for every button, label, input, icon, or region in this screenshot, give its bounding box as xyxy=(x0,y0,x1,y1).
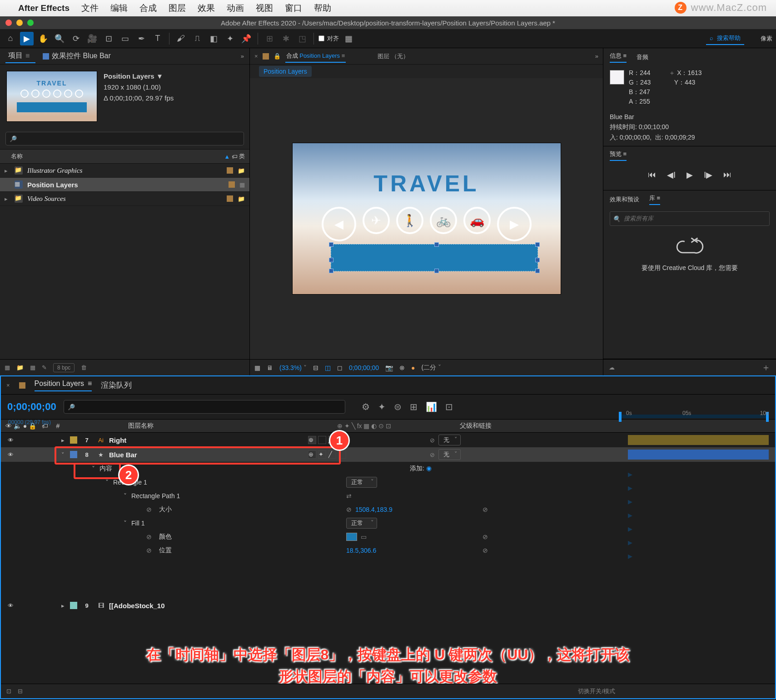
position-prop[interactable]: ⊘位置 18.5,306.6 ⊘ ▸ xyxy=(1,544,775,557)
panel-menu-icon[interactable]: » xyxy=(241,53,244,60)
snapshot-icon[interactable]: 📷 xyxy=(385,364,393,371)
minimize-icon[interactable] xyxy=(16,20,23,26)
timecode[interactable]: 0;00;00;00 xyxy=(7,401,56,413)
adjust-icon[interactable]: ✎ xyxy=(42,364,47,371)
hand-tool-icon[interactable]: ✋ xyxy=(36,32,50,45)
app-name[interactable]: After Effects xyxy=(18,3,70,13)
project-item-folder[interactable]: ▸📁 Illustrator Graphics 📁 xyxy=(0,164,249,178)
pan-behind-tool-icon[interactable]: ⊡ xyxy=(102,32,115,45)
toggle-modes-icon[interactable]: ⊟ xyxy=(18,688,23,695)
camera-tool-icon[interactable]: 🎥 xyxy=(85,32,99,45)
menu-window[interactable]: 窗口 xyxy=(285,2,302,14)
tab-preview[interactable]: 预览 ≡ xyxy=(610,150,627,161)
play-icon[interactable]: ▶ xyxy=(686,170,693,180)
graph-icon[interactable]: 📊 xyxy=(426,401,437,412)
color-prop[interactable]: ⊘颜色 ▭ ⊘ ▸ xyxy=(1,530,775,544)
brainstorm-icon[interactable]: ⊡ xyxy=(445,401,453,412)
prev-frame-icon[interactable]: ◀Ⅰ xyxy=(667,170,676,180)
zoom-dropdown[interactable]: (33.3%) xyxy=(279,364,307,371)
roi-icon[interactable]: ◻ xyxy=(337,364,343,371)
bpc-toggle[interactable]: 8 bpc xyxy=(53,363,75,372)
project-item-folder[interactable]: ▸📁 Video Sources 📁 xyxy=(0,192,249,206)
res-dropdown[interactable]: (二分 xyxy=(422,364,442,372)
switches-modes-toggle[interactable]: 切换开关/模式 xyxy=(578,687,615,695)
cloud-icon[interactable]: ☁ xyxy=(609,364,615,371)
frame-blend-icon[interactable]: ⊜ xyxy=(394,401,402,412)
res-icon[interactable]: ⊟ xyxy=(313,364,318,371)
project-columns[interactable]: 名称 ▲ 🏷 类 xyxy=(0,149,249,164)
layer-row-7[interactable]: 👁 ▸ 7 Ai Right ⊕╱ ⊘无 xyxy=(1,433,775,447)
last-frame-icon[interactable]: ⏭ xyxy=(723,170,731,180)
pen-tool-icon[interactable]: ✒ xyxy=(134,32,148,45)
tab-library[interactable]: 库 ≡ xyxy=(649,194,660,205)
mask-icon[interactable]: ◫ xyxy=(325,364,331,371)
fill-group[interactable]: ˅Fill 1 正常 ▸ xyxy=(1,516,775,530)
menu-layer[interactable]: 图层 xyxy=(169,2,186,14)
snap-options-icon[interactable]: ▦ xyxy=(342,32,355,45)
blue-bar-shape[interactable] xyxy=(331,244,538,271)
layer-row-9[interactable]: 👁 ▸ 9 🎞 [[AdobeStock_10 xyxy=(1,598,775,613)
eraser-tool-icon[interactable]: ◧ xyxy=(207,32,220,45)
menu-view[interactable]: 视图 xyxy=(256,2,273,14)
traffic-lights[interactable] xyxy=(5,20,34,26)
next-frame-icon[interactable]: Ⅰ▶ xyxy=(704,170,712,180)
menu-file[interactable]: 文件 xyxy=(81,2,99,14)
type-tool-icon[interactable]: T xyxy=(151,32,164,45)
orbit-tool-icon[interactable]: ⟳ xyxy=(69,32,83,45)
zoom-tool-icon[interactable]: 🔍 xyxy=(53,32,66,45)
selection-tool-icon[interactable]: ▶ xyxy=(20,32,34,45)
tab-project[interactable]: 项目 ≡ xyxy=(5,49,35,63)
time-ruler[interactable]: 0s 05s 10s xyxy=(619,411,769,423)
trash-icon[interactable]: 🗑 xyxy=(81,364,87,371)
tab-effect-controls[interactable]: 效果控件 Blue Bar xyxy=(40,50,114,63)
display-icon[interactable]: 🖥 xyxy=(267,364,273,371)
brush-tool-icon[interactable]: 🖌 xyxy=(174,32,188,45)
menu-edit[interactable]: 编辑 xyxy=(110,2,128,14)
rect-path[interactable]: ˅Rectangle Path 1 ⇄ ▸ xyxy=(1,489,775,503)
comp-mini-icon[interactable]: ⚙ xyxy=(362,401,370,412)
tab-info[interactable]: 信息 ≡ xyxy=(610,52,627,63)
search-help[interactable]: ⌕ 搜索帮助 xyxy=(706,32,744,45)
first-frame-icon[interactable]: ⏮ xyxy=(648,170,656,180)
window-title: Adobe After Effects 2020 - /Users/mac/De… xyxy=(221,19,555,27)
puppet-tool-icon[interactable]: 📌 xyxy=(239,32,253,45)
comp-thumbnail[interactable]: TRAVEL xyxy=(6,71,97,122)
composition-canvas[interactable]: TRAVEL ◀ ✈ 🚶 🚲 🚗 ▶ xyxy=(293,143,561,294)
project-item-comp[interactable]: ▦ Position Layers ▦ xyxy=(0,178,249,192)
timeline-search[interactable]: 🔎 xyxy=(64,400,345,414)
motion-blur-icon[interactable]: ⊞ xyxy=(410,401,418,412)
close-icon[interactable] xyxy=(5,20,12,26)
tab-audio[interactable]: 音频 xyxy=(637,53,648,61)
tab-effects-presets[interactable]: 效果和预设 xyxy=(610,195,639,204)
tab-layer[interactable]: 图层 （无） xyxy=(378,52,409,60)
toggle-switches-icon[interactable]: ⊡ xyxy=(6,688,11,695)
rect-tool-icon[interactable]: ▭ xyxy=(118,32,132,45)
home-icon[interactable]: ⌂ xyxy=(4,32,17,45)
add-icon[interactable]: ＋ xyxy=(761,361,771,374)
new-folder-icon[interactable]: 📁 xyxy=(16,364,24,371)
tab-timeline-comp[interactable]: Position Layers ≡ xyxy=(35,380,92,391)
roto-tool-icon[interactable]: ✦ xyxy=(223,32,237,45)
menu-effect[interactable]: 效果 xyxy=(198,2,215,14)
project-search[interactable]: 🔎 xyxy=(5,132,244,145)
tab-composition[interactable]: 合成 Position Layers ≡ xyxy=(285,50,346,63)
interpret-icon[interactable]: ▦ xyxy=(5,364,10,371)
size-prop[interactable]: ⊘大小 ⊘ 1508.4,183.9 ⊘ ▸ xyxy=(1,503,775,516)
channel-icon[interactable]: ⊗ xyxy=(399,364,405,371)
zoom-icon[interactable] xyxy=(27,20,34,26)
flow-chip[interactable]: Position Layers xyxy=(259,66,312,77)
composition-panel: × 🔒 合成 Position Layers ≡ 图层 （无） » Positi… xyxy=(250,48,603,375)
color-mgmt-icon[interactable]: ● xyxy=(411,364,415,371)
library-search[interactable]: 🔍 搜索所有库 xyxy=(610,211,770,226)
new-comp-icon[interactable]: ▦ xyxy=(30,364,35,371)
menu-anim[interactable]: 动画 xyxy=(227,2,244,14)
snap-toggle[interactable]: 对齐 xyxy=(318,35,339,43)
clone-tool-icon[interactable]: ⎍ xyxy=(190,32,204,45)
menu-help[interactable]: 帮助 xyxy=(314,2,331,14)
menu-comp[interactable]: 合成 xyxy=(139,2,157,14)
shy-icon[interactable]: ✦ xyxy=(378,401,386,412)
lock-icon[interactable]: 🔒 xyxy=(274,53,281,60)
tab-render-queue[interactable]: 渲染队列 xyxy=(101,380,132,390)
time-display[interactable]: 0;00;00;00 xyxy=(349,364,379,371)
grid-icon[interactable]: ▦ xyxy=(254,364,260,371)
